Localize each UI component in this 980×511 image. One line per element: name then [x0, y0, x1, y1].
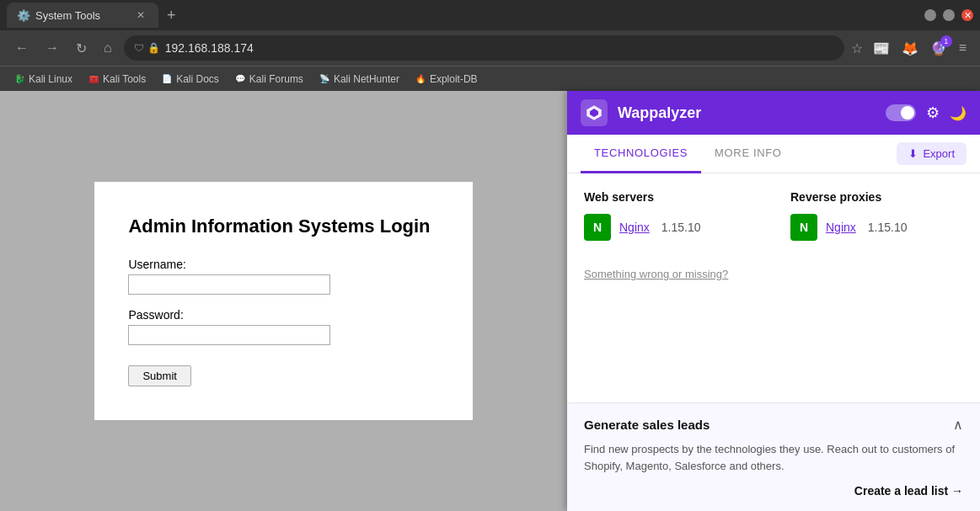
leads-section: Generate sales leads ∧ Find new prospect…	[567, 402, 980, 511]
reverse-proxies-title: Reverse proxies	[790, 190, 963, 204]
bookmark-button[interactable]: ☆	[851, 40, 863, 56]
leads-header: Generate sales leads ∧	[584, 417, 963, 433]
tab-close-button[interactable]: ✕	[133, 8, 148, 23]
tech-section: Web servers N Nginx 1.15.10 Reverse prox…	[584, 190, 963, 248]
password-input[interactable]	[128, 325, 330, 345]
bookmark-kali-tools[interactable]: 🧰 Kali Tools	[81, 71, 153, 88]
web-servers-column: Web servers N Nginx 1.15.10	[584, 190, 757, 248]
wappalyzer-title: Wappalyzer	[618, 104, 876, 122]
close-window-button[interactable]: ✕	[961, 9, 973, 21]
toggle-thumb	[901, 106, 914, 120]
bookmark-kali-linux[interactable]: 🐉 Kali Linux	[7, 71, 79, 88]
bookmark-label: Kali Linux	[29, 73, 72, 85]
dark-mode-icon[interactable]: 🌙	[950, 105, 967, 121]
kali-nethunter-icon: 📡	[319, 73, 330, 85]
main-content: Admin Information Systems Login Username…	[0, 91, 980, 511]
nginx-web-server-item: N Nginx 1.15.10	[584, 214, 757, 241]
minimize-button[interactable]	[924, 9, 936, 21]
kali-forums-icon: 💬	[234, 73, 246, 85]
username-input[interactable]	[128, 274, 330, 295]
password-label: Password:	[128, 308, 430, 322]
kali-docs-icon: 📄	[161, 73, 173, 85]
wappalyzer-tabs: TECHNOLOGIES MORE INFO ⬇ Export	[567, 135, 980, 173]
bookmark-label: Kali Forums	[249, 73, 303, 85]
reverse-proxies-column: Reverse proxies N Nginx 1.15.10	[790, 190, 963, 248]
forward-button[interactable]: →	[40, 37, 64, 59]
bookmark-kali-nethunter[interactable]: 📡 Kali NetHunter	[312, 71, 406, 88]
back-button[interactable]: ←	[10, 37, 34, 59]
pocket-button[interactable]: 📰	[870, 37, 893, 60]
address-bar[interactable]: 🛡 🔒 192.168.188.174	[124, 35, 844, 61]
bookmark-label: Exploit-DB	[430, 73, 478, 85]
leads-chevron-icon[interactable]: ∧	[953, 417, 963, 433]
nginx-web-server-version: 1.15.10	[661, 221, 701, 234]
lock-icon: 🔒	[147, 42, 160, 54]
tab-title: System Tools	[35, 9, 126, 22]
password-group: Password:	[128, 308, 430, 345]
kali-tools-icon: 🧰	[88, 73, 99, 85]
wappalyzer-toggle[interactable]	[886, 104, 916, 121]
submit-button[interactable]: Submit	[128, 365, 190, 386]
wappalyzer-logo	[581, 99, 608, 126]
firefox-account-button[interactable]: 🦊	[898, 37, 922, 60]
nav-bar: ← → ↻ ⌂ 🛡 🔒 192.168.188.174 ☆ 📰 🦊 🔮 1 ≡	[0, 30, 980, 66]
tab-more-info[interactable]: MORE INFO	[701, 135, 795, 173]
kali-linux-icon: 🐉	[13, 73, 25, 85]
export-button[interactable]: ⬇ Export	[897, 142, 967, 165]
wappalyzer-body: Web servers N Nginx 1.15.10 Reverse prox…	[567, 173, 980, 402]
bookmark-kali-docs[interactable]: 📄 Kali Docs	[154, 71, 226, 88]
address-icons: 🛡 🔒	[134, 42, 160, 54]
leads-description: Find new prospects by the technologies t…	[584, 441, 963, 474]
web-servers-title: Web servers	[584, 190, 757, 204]
nginx-reverse-proxy-item: N Nginx 1.15.10	[790, 214, 963, 241]
login-card: Admin Information Systems Login Username…	[94, 182, 472, 420]
username-group: Username:	[128, 258, 430, 295]
bookmarks-bar: 🐉 Kali Linux 🧰 Kali Tools 📄 Kali Docs 💬 …	[0, 66, 980, 91]
wappalyzer-logo-icon	[586, 104, 602, 121]
bookmark-label: Kali Tools	[103, 73, 146, 85]
new-tab-button[interactable]: +	[162, 5, 181, 26]
bookmark-label: Kali Docs	[176, 73, 219, 85]
browser-actions: 📰 🦊 🔮 1 ≡	[870, 37, 970, 60]
tab-area: ⚙️ System Tools ✕ +	[7, 3, 924, 28]
menu-button[interactable]: ≡	[956, 37, 970, 59]
username-label: Username:	[128, 258, 430, 271]
address-text: 192.168.188.174	[165, 41, 834, 55]
nginx-web-server-name[interactable]: Nginx	[619, 221, 650, 234]
reload-button[interactable]: ↻	[71, 37, 92, 60]
wappalyzer-header: Wappalyzer ⚙ 🌙	[567, 91, 980, 135]
extension-badge: 1	[940, 35, 952, 47]
bookmark-exploit-db[interactable]: 🔥 Exploit-DB	[408, 71, 485, 88]
active-tab[interactable]: ⚙️ System Tools ✕	[7, 3, 158, 28]
extension-button[interactable]: 🔮 1	[927, 37, 951, 60]
nginx-reverse-proxy-name[interactable]: Nginx	[826, 221, 856, 234]
webpage: Admin Information Systems Login Username…	[0, 91, 567, 511]
shield-icon: 🛡	[134, 42, 144, 54]
create-lead-list-button[interactable]: Create a lead list →	[584, 484, 963, 498]
leads-title: Generate sales leads	[584, 418, 710, 432]
window-controls: ✕	[924, 9, 973, 21]
export-label: Export	[923, 147, 955, 160]
tab-technologies[interactable]: TECHNOLOGIES	[581, 135, 701, 173]
wappalyzer-panel: Wappalyzer ⚙ 🌙 TECHNOLOGIES MORE INFO ⬇ …	[567, 91, 980, 511]
settings-icon[interactable]: ⚙	[926, 104, 940, 122]
nginx-reverse-proxy-icon: N	[790, 214, 817, 241]
bookmark-kali-forums[interactable]: 💬 Kali Forums	[228, 71, 310, 88]
maximize-button[interactable]	[943, 9, 955, 21]
home-button[interactable]: ⌂	[99, 37, 117, 59]
exploit-db-icon: 🔥	[415, 73, 426, 85]
nginx-web-server-icon: N	[584, 214, 611, 241]
wappalyzer-header-actions: ⚙ 🌙	[886, 104, 967, 122]
download-icon: ⬇	[908, 147, 918, 160]
nginx-reverse-proxy-version: 1.15.10	[868, 221, 908, 234]
title-bar: ⚙️ System Tools ✕ + ✕	[0, 0, 980, 30]
bookmark-label: Kali NetHunter	[334, 73, 399, 85]
something-wrong-link[interactable]: Something wrong or missing?	[584, 268, 963, 280]
login-title: Admin Information Systems Login	[128, 216, 430, 237]
tab-favicon: ⚙️	[17, 9, 29, 21]
